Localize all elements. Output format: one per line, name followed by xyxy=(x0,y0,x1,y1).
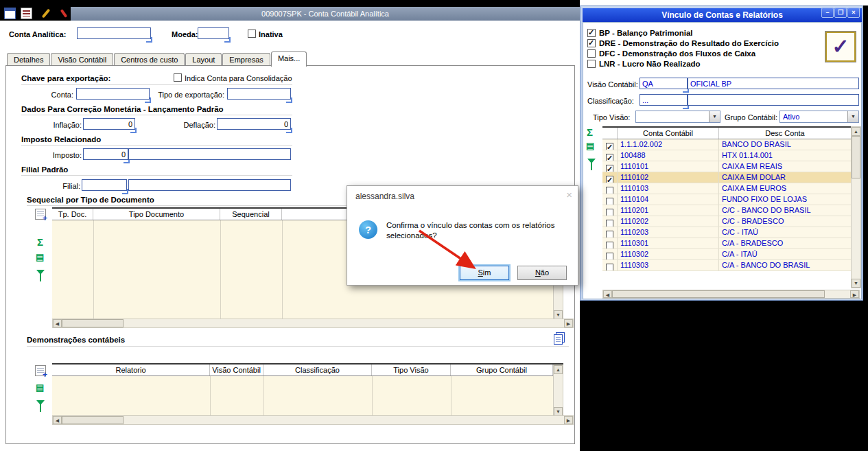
add-row-icon[interactable] xyxy=(35,365,46,376)
inflacao-input[interactable] xyxy=(83,118,135,130)
col-relatorio[interactable]: Relatorio xyxy=(52,365,210,375)
link-grid-row[interactable]: 1110101CAIXA EM REAIS xyxy=(602,161,851,172)
scroll-right-button[interactable]: ▶ xyxy=(564,319,573,327)
col-classificacao[interactable]: Classificação xyxy=(263,365,372,375)
row-checkbox[interactable] xyxy=(606,154,613,161)
tab-layout[interactable]: Layout xyxy=(185,53,222,65)
report-checkbox[interactable] xyxy=(587,60,596,68)
scroll-right-button[interactable]: ▶ xyxy=(850,290,859,298)
visao-contabil-desc-input[interactable] xyxy=(688,78,859,89)
scroll-thumb[interactable] xyxy=(852,136,860,178)
minimize-icon[interactable]: – xyxy=(821,8,834,18)
dropdown-arrow-icon[interactable]: ▼ xyxy=(709,111,720,122)
col-sequencial[interactable]: Sequencial xyxy=(220,209,282,220)
link-grid-row[interactable]: 1110302C/A - ITAÚ xyxy=(602,249,851,260)
row-checkbox[interactable] xyxy=(606,209,613,216)
demonstracoes-grid-vscrollbar[interactable]: ▲ ▼ xyxy=(553,365,563,417)
row-checkbox[interactable] xyxy=(606,187,613,194)
sequencial-grid-hscrollbar[interactable]: ◀ ▶ xyxy=(52,319,574,328)
scroll-thumb[interactable] xyxy=(612,290,825,298)
tab-mais[interactable]: Mais... xyxy=(271,51,307,67)
scroll-left-button[interactable]: ◀ xyxy=(53,319,62,327)
consolidacao-checkbox[interactable] xyxy=(174,73,182,82)
link-grid-hscrollbar[interactable]: ◀ ▶ xyxy=(602,290,860,299)
close-icon[interactable]: × xyxy=(847,8,860,18)
conta-analitica-input[interactable] xyxy=(77,27,151,39)
col-desc-conta[interactable]: Desc Conta xyxy=(719,128,851,139)
tipo-visao-select[interactable]: ▼ xyxy=(635,111,720,123)
close-icon[interactable]: × xyxy=(566,189,572,200)
link-grid-vscrollbar[interactable]: ▲ ▼ xyxy=(851,126,861,288)
export-grid-icon[interactable]: ▤ xyxy=(586,141,594,150)
link-grid-row[interactable]: 1110103CAIXA EM EUROS xyxy=(602,183,851,194)
maximize-icon[interactable]: ❒ xyxy=(834,8,847,18)
link-grid-row[interactable]: 1.1.1.02.002BANCO DO BRASIL xyxy=(602,139,851,150)
filial-desc-input[interactable] xyxy=(128,179,291,191)
demonstracoes-grid-body[interactable] xyxy=(52,376,553,415)
scroll-down-button[interactable]: ▼ xyxy=(852,279,860,288)
tab-centros-de-custo[interactable]: Centros de custo xyxy=(114,53,185,65)
link-grid-row[interactable]: 1110201C/C - BANCO DO BRASIL xyxy=(602,205,851,216)
scroll-left-button[interactable]: ◀ xyxy=(53,416,62,424)
scroll-right-button[interactable]: ▶ xyxy=(564,416,573,424)
confirm-icon[interactable]: ✓ xyxy=(825,32,856,62)
no-button[interactable]: Não xyxy=(517,266,567,280)
classificacao-code-input[interactable] xyxy=(640,94,688,106)
yes-button[interactable]: Sim xyxy=(460,266,509,280)
visao-contabil-code-input[interactable] xyxy=(640,78,688,89)
col-visao-contabil[interactable]: Visão Contábil xyxy=(210,365,263,375)
copy-form-icon[interactable] xyxy=(554,334,563,345)
add-row-icon[interactable] xyxy=(35,209,46,220)
dropdown-arrow-icon[interactable]: ▼ xyxy=(847,111,858,122)
col-tp-doc[interactable]: Tp. Doc. xyxy=(52,209,93,220)
moeda-input[interactable] xyxy=(198,27,229,39)
link-grid-row[interactable]: 1110102CAIXA EM DOLAR xyxy=(602,172,851,183)
scroll-up-button[interactable]: ▲ xyxy=(852,127,860,136)
filter-icon[interactable] xyxy=(36,270,45,275)
scroll-left-button[interactable]: ◀ xyxy=(603,290,612,298)
report-checkbox[interactable] xyxy=(587,29,596,37)
grupo-contabil-select[interactable]: Ativo ▼ xyxy=(779,111,859,123)
row-checkbox[interactable] xyxy=(606,264,613,270)
scroll-thumb[interactable] xyxy=(62,416,124,424)
export-grid-icon[interactable]: ▤ xyxy=(36,253,44,262)
row-checkbox[interactable] xyxy=(606,198,613,205)
tab-vis-o-cont-bil[interactable]: Visão Contábil xyxy=(51,53,113,65)
filial-code-input[interactable] xyxy=(82,179,127,191)
imposto-code-input[interactable] xyxy=(83,148,128,160)
report-checkbox[interactable] xyxy=(587,39,596,47)
sigma-icon[interactable]: Σ xyxy=(587,127,593,137)
row-checkbox[interactable] xyxy=(606,242,613,248)
tipo-exportacao-input[interactable] xyxy=(227,88,291,100)
export-grid-icon[interactable]: ▤ xyxy=(36,383,44,392)
demonstracoes-grid-hscrollbar[interactable]: ◀ ▶ xyxy=(52,415,574,425)
report-checkbox[interactable] xyxy=(587,49,596,58)
col-tipo-documento[interactable]: Tipo Documento xyxy=(93,209,220,220)
link-grid-row[interactable]: 1110104FUNDO FIXO DE LOJAS xyxy=(602,194,851,205)
row-checkbox[interactable] xyxy=(606,143,613,150)
sigma-icon[interactable]: Σ xyxy=(37,237,43,247)
link-grid-row[interactable]: 1110202C/C - BRADESCO xyxy=(602,216,851,227)
row-checkbox[interactable] xyxy=(606,253,613,259)
imposto-desc-input[interactable] xyxy=(128,148,291,160)
form-icon[interactable] xyxy=(4,8,16,19)
link-grid-row[interactable]: 1110303C/A - BANCO DO BRASIL xyxy=(602,260,851,271)
classificacao-desc-input[interactable] xyxy=(688,94,859,106)
scroll-up-button[interactable]: ▲ xyxy=(554,365,563,374)
wrench-icon[interactable] xyxy=(40,8,51,19)
col-conta-contabil[interactable]: Conta Contábil xyxy=(618,128,719,139)
row-checkbox[interactable] xyxy=(606,220,613,227)
deflacao-input[interactable] xyxy=(217,118,291,130)
filter-icon[interactable] xyxy=(36,400,45,405)
tab-empresas[interactable]: Empresas xyxy=(222,53,270,65)
row-checkbox[interactable] xyxy=(606,231,613,238)
link-grid-row[interactable]: 100488HTX 01.14.001 xyxy=(602,150,851,161)
filter-icon[interactable] xyxy=(587,159,596,163)
scroll-thumb[interactable] xyxy=(62,319,124,327)
col-grupo-contabil[interactable]: Grupo Contábil xyxy=(451,365,553,375)
conta-input[interactable] xyxy=(76,88,150,100)
row-checkbox[interactable] xyxy=(606,176,613,183)
brush-icon[interactable] xyxy=(58,8,69,19)
inativa-checkbox[interactable] xyxy=(248,30,256,38)
link-grid-row[interactable]: 1110301C/A - BRADESCO xyxy=(602,238,851,249)
